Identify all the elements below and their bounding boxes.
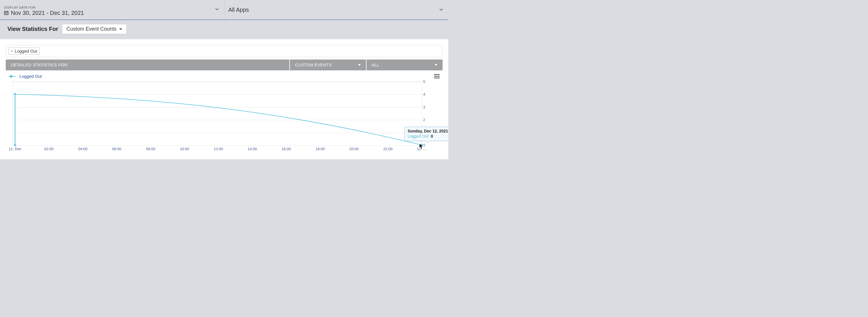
y-tick: 3 bbox=[423, 105, 429, 109]
tooltip-value: 0 bbox=[431, 134, 433, 139]
date-range-text: Nov 30, 2021 - Dec 31, 2021 bbox=[11, 10, 84, 16]
svg-rect-2 bbox=[5, 12, 5, 13]
custom-events-dropdown[interactable]: CUSTOM EVENTS bbox=[289, 59, 366, 70]
svg-rect-4 bbox=[7, 12, 8, 13]
y-tick: 2 bbox=[423, 118, 429, 122]
filter-chip[interactable]: × Logged Out bbox=[8, 48, 40, 55]
legend-dot-icon bbox=[10, 75, 12, 78]
custom-events-text: CUSTOM EVENTS bbox=[295, 63, 332, 67]
x-tick: 22:00 bbox=[383, 147, 393, 151]
chart-legend-row: Logged Out bbox=[6, 70, 442, 80]
svg-rect-3 bbox=[6, 12, 7, 13]
legend-text: Logged Out bbox=[20, 74, 42, 79]
x-tick: 04:00 bbox=[78, 147, 88, 151]
chevron-down-icon bbox=[215, 7, 219, 12]
legend-item[interactable]: Logged Out bbox=[8, 74, 42, 79]
chart-container: 5 4 3 2 1 0 11. Dec 02:00 04:00 06:00 08… bbox=[8, 82, 440, 154]
event-filter-input[interactable]: × Logged Out bbox=[6, 45, 442, 57]
tooltip-title: Sunday, Dec 12, 2021 bbox=[408, 129, 448, 133]
calendar-icon bbox=[4, 10, 8, 15]
all-dropdown[interactable]: ALL bbox=[366, 59, 442, 70]
view-stats-bar: View Statistics For Custom Event Counts bbox=[0, 20, 448, 39]
x-tick: 06:00 bbox=[112, 147, 122, 151]
detailed-stats-bar: DETAILED STATISTICS FOR: CUSTOM EVENTS A… bbox=[6, 59, 442, 70]
content-panel: × Logged Out DETAILED STATISTICS FOR: CU… bbox=[0, 39, 448, 160]
stats-type-text: Custom Event Counts bbox=[66, 26, 116, 32]
legend-line-icon bbox=[12, 76, 16, 77]
y-tick: 5 bbox=[423, 80, 429, 84]
caret-down-icon bbox=[119, 27, 122, 31]
x-tick: 11. Dec bbox=[8, 147, 22, 151]
header-bar: DISPLAY DATA FOR: Nov 30, 2021 - Dec 31,… bbox=[0, 0, 448, 20]
chart-menu-icon[interactable] bbox=[434, 73, 440, 79]
chart-tooltip: Sunday, Dec 12, 2021 Logged Out 0 bbox=[405, 127, 448, 141]
x-tick: 10:00 bbox=[180, 147, 189, 151]
chip-label: Logged Out bbox=[15, 49, 37, 54]
all-text: ALL bbox=[372, 63, 379, 67]
cursor-icon bbox=[419, 143, 424, 150]
x-axis: 11. Dec 02:00 04:00 06:00 08:00 10:00 12… bbox=[12, 147, 422, 152]
caret-down-icon bbox=[358, 64, 361, 66]
x-tick: 08:00 bbox=[146, 147, 156, 151]
display-data-label: DISPLAY DATA FOR: bbox=[4, 6, 220, 9]
chevron-down-icon bbox=[439, 7, 443, 13]
x-tick: 18:00 bbox=[315, 147, 325, 151]
view-stats-label: View Statistics For bbox=[7, 26, 58, 32]
chip-remove-icon[interactable]: × bbox=[11, 49, 13, 53]
app-selector-text: All Apps bbox=[228, 7, 249, 13]
chart-svg bbox=[12, 82, 422, 145]
y-tick: 4 bbox=[423, 92, 429, 96]
tooltip-series: Logged Out bbox=[408, 134, 429, 139]
detailed-stats-label: DETAILED STATISTICS FOR: bbox=[6, 59, 289, 70]
date-range-selector[interactable]: DISPLAY DATA FOR: Nov 30, 2021 - Dec 31,… bbox=[0, 0, 224, 20]
caret-down-icon bbox=[435, 64, 437, 66]
x-tick: 14:00 bbox=[248, 147, 257, 151]
svg-rect-5 bbox=[5, 14, 5, 14]
x-tick: 20:00 bbox=[349, 147, 359, 151]
stats-type-dropdown[interactable]: Custom Event Counts bbox=[62, 24, 126, 34]
x-tick: 02:00 bbox=[44, 147, 54, 151]
svg-rect-7 bbox=[7, 14, 8, 14]
svg-rect-6 bbox=[6, 14, 7, 14]
x-tick: 12:00 bbox=[214, 147, 223, 151]
app-selector[interactable]: All Apps bbox=[224, 0, 448, 20]
x-tick: 16:00 bbox=[282, 147, 291, 151]
